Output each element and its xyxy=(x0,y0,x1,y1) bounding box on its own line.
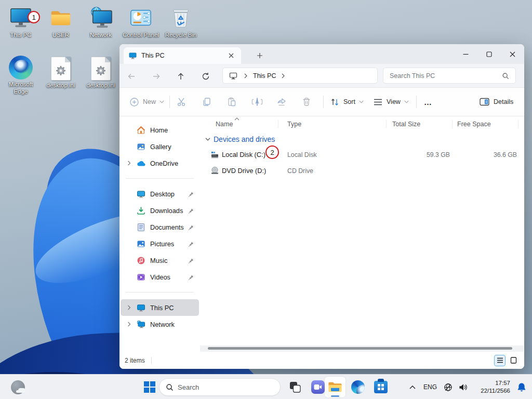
large-icons-view-toggle[interactable] xyxy=(508,355,519,366)
task-view-button[interactable] xyxy=(285,377,305,397)
desktop-icon-microsoft-edge[interactable]: Microsoft Edge xyxy=(1,54,41,96)
downloads-icon xyxy=(136,206,145,215)
sidebar-item-music[interactable]: Music xyxy=(121,252,199,269)
tab-this-pc-icon xyxy=(129,52,137,60)
sort-icon xyxy=(330,98,339,107)
store-button[interactable] xyxy=(370,377,391,397)
clock[interactable]: 17:57 22/11/2566 xyxy=(471,379,511,395)
navigation-bar: This PC Search This PC xyxy=(119,64,524,88)
sidebar-item-network[interactable]: Network xyxy=(121,316,199,332)
window-controls xyxy=(454,44,524,64)
collapse-chevron-icon[interactable] xyxy=(205,138,210,141)
sidebar-separator xyxy=(126,178,194,179)
horizontal-scrollbar[interactable] xyxy=(200,345,524,352)
new-tab-button[interactable] xyxy=(254,49,266,62)
notifications-button[interactable] xyxy=(511,382,532,392)
scrollbar-thumb[interactable] xyxy=(208,347,512,350)
group-header-devices-and-drives[interactable]: Devices and drives xyxy=(200,132,524,147)
column-header-name[interactable]: Name xyxy=(216,116,233,132)
taskbar-search-placeholder: Search xyxy=(178,383,199,391)
edge-button[interactable] xyxy=(348,377,368,397)
back-button[interactable] xyxy=(125,70,138,83)
desktop-folder-icon xyxy=(136,189,145,198)
chat-icon xyxy=(311,380,325,394)
desktop-icon-user-folder[interactable]: USER xyxy=(41,4,81,39)
explorer-search-placeholder: Search This PC xyxy=(390,72,502,79)
maximize-button[interactable] xyxy=(477,44,501,64)
notification-bell-icon xyxy=(517,382,526,392)
sort-button[interactable]: Sort xyxy=(330,88,364,116)
details-pane-button[interactable]: Details xyxy=(480,88,513,116)
sidebar-item-videos[interactable]: Videos xyxy=(121,269,199,285)
sidebar-item-this-pc[interactable]: This PC xyxy=(121,299,199,316)
breadcrumb[interactable]: This PC xyxy=(253,72,276,79)
cut-button[interactable] xyxy=(177,88,187,116)
pin-icon xyxy=(188,274,194,280)
trash-icon xyxy=(301,97,312,107)
details-pane-icon xyxy=(480,98,489,106)
forward-button[interactable] xyxy=(150,70,163,83)
minimize-button[interactable] xyxy=(454,44,477,64)
new-button[interactable]: New xyxy=(130,88,164,116)
file-explorer-button[interactable] xyxy=(325,377,345,397)
column-header-total-size[interactable]: Total Size xyxy=(392,116,420,132)
sidebar-item-pictures[interactable]: Pictures xyxy=(121,235,199,252)
chevron-down-icon xyxy=(159,100,164,103)
desktop-icon-recycle-bin[interactable]: Recycle Bin xyxy=(161,4,201,39)
start-button[interactable] xyxy=(139,377,160,397)
file-explorer-icon xyxy=(328,381,342,393)
address-bar[interactable]: This PC xyxy=(222,68,378,84)
close-button[interactable] xyxy=(501,44,524,64)
desktop-icon-desktop-ini-1[interactable]: desktop.ini xyxy=(41,55,81,89)
explorer-search-box[interactable]: Search This PC xyxy=(383,68,516,84)
expand-chevron-icon[interactable] xyxy=(125,322,133,327)
refresh-button[interactable] xyxy=(199,70,212,83)
navigation-pane: Home Gallery OneDrive xyxy=(119,116,200,352)
globe-no-internet-icon xyxy=(444,383,453,392)
column-header-type[interactable]: Type xyxy=(287,116,301,132)
drive-row-local-disk-c[interactable]: Local Disk (C:) Local Disk 59.3 GB 36.6 … xyxy=(200,147,524,163)
column-headers: Name Type Total Size Free Space xyxy=(200,116,524,132)
details-view-toggle[interactable] xyxy=(494,355,506,366)
paste-icon xyxy=(227,97,237,107)
drive-row-dvd-drive-d[interactable]: DVD Drive (D:) CD Drive xyxy=(200,163,524,179)
ini-file-icon xyxy=(41,55,81,81)
taskbar-search-box[interactable]: Search xyxy=(159,378,281,396)
expand-chevron-icon[interactable] xyxy=(125,305,133,310)
videos-icon xyxy=(136,272,145,282)
column-header-free-space[interactable]: Free Space xyxy=(457,116,491,132)
sidebar-item-onedrive[interactable]: OneDrive xyxy=(121,155,199,171)
tab-strip: This PC xyxy=(119,44,524,64)
sidebar-item-home[interactable]: Home xyxy=(121,122,199,138)
share-button[interactable] xyxy=(276,88,287,116)
up-button[interactable] xyxy=(174,70,188,83)
expand-chevron-icon[interactable] xyxy=(125,161,133,166)
volume-button[interactable] xyxy=(455,383,471,391)
view-button[interactable]: View xyxy=(374,88,409,116)
tab-close-icon[interactable] xyxy=(227,51,236,60)
weather-widget-icon xyxy=(11,380,25,394)
tray-overflow-button[interactable] xyxy=(405,385,420,389)
paste-button[interactable] xyxy=(227,88,237,116)
rename-button[interactable] xyxy=(251,88,263,116)
desktop-icon-desktop-ini-2[interactable]: desktop.ini xyxy=(81,55,121,89)
status-divider xyxy=(151,357,152,364)
rename-icon xyxy=(251,97,263,107)
sidebar-item-gallery[interactable]: Gallery xyxy=(121,138,199,155)
delete-button[interactable] xyxy=(301,88,312,116)
desktop-icon-network[interactable]: Network xyxy=(81,4,121,39)
sidebar-item-documents[interactable]: Documents xyxy=(121,219,199,235)
home-icon xyxy=(136,125,145,135)
status-bar: 2 items xyxy=(119,352,524,369)
language-indicator[interactable]: ENG xyxy=(420,383,441,391)
sidebar-item-desktop[interactable]: Desktop xyxy=(121,185,199,202)
copy-button[interactable] xyxy=(202,88,212,116)
sidebar-item-downloads[interactable]: Downloads xyxy=(121,202,199,219)
recycle-bin-icon xyxy=(161,4,201,30)
widgets-button[interactable] xyxy=(7,377,28,397)
explorer-tab[interactable]: This PC xyxy=(124,47,241,64)
network-status-button[interactable] xyxy=(441,383,455,392)
documents-icon xyxy=(136,222,145,232)
more-options-button[interactable]: … xyxy=(424,88,432,116)
desktop-icon-control-panel[interactable]: Control Panel xyxy=(121,4,161,39)
